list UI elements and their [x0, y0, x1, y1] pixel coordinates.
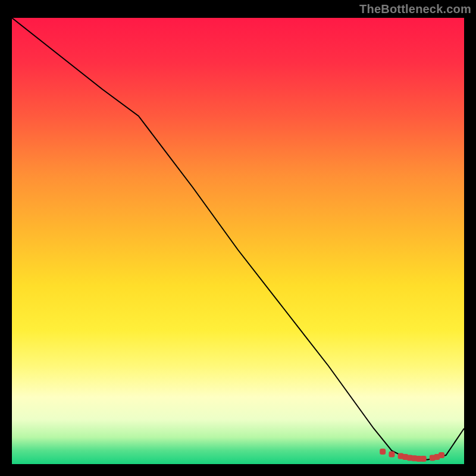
plot-svg [12, 18, 464, 464]
highlight-marker-group [380, 449, 444, 462]
highlight-marker [421, 456, 427, 462]
series-curve [12, 18, 464, 460]
plot-area [12, 18, 464, 464]
watermark-text: TheBottleneck.com [359, 2, 471, 16]
highlight-marker [439, 452, 444, 458]
highlight-marker [389, 452, 394, 458]
highlight-marker [380, 449, 386, 455]
chart-stage: TheBottleneck.com [0, 0, 476, 476]
